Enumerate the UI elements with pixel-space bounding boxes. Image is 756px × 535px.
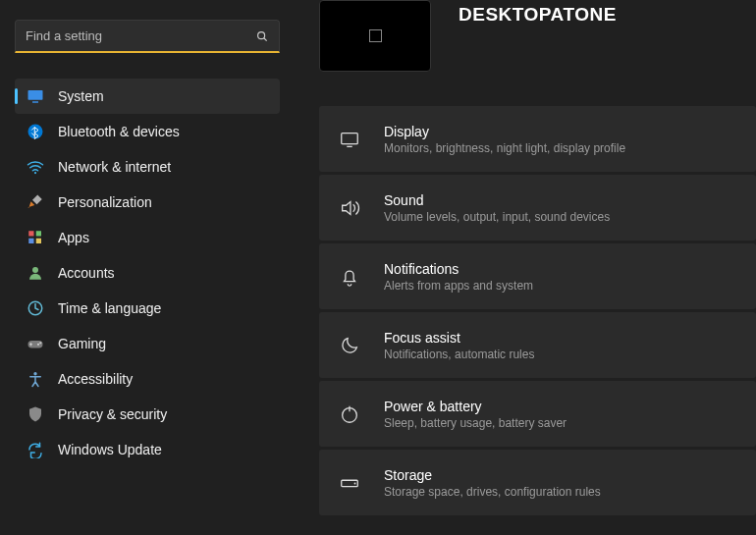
svg-point-14 — [33, 372, 36, 375]
settings-sidebar: SystemBluetooth & devicesNetwork & inter… — [0, 0, 295, 535]
privacy-security-icon — [27, 405, 44, 423]
setting-focus-assist[interactable]: Focus assistNotifications, automatic rul… — [319, 312, 756, 378]
focus-assist-icon — [339, 335, 360, 356]
svg-rect-2 — [32, 101, 38, 103]
sound-icon — [339, 197, 360, 219]
sidebar-item-label: Gaming — [58, 336, 106, 351]
svg-rect-7 — [28, 239, 33, 243]
sidebar-item-windows-update[interactable]: Windows Update — [15, 432, 280, 467]
search-icon — [255, 29, 269, 43]
svg-point-3 — [28, 125, 43, 139]
power-battery-icon — [339, 403, 360, 425]
display-icon — [339, 129, 360, 150]
setting-title: Focus assist — [384, 330, 534, 346]
device-name: DESKTOPATONE — [459, 0, 617, 26]
personalization-icon — [27, 193, 44, 211]
svg-point-4 — [34, 172, 36, 174]
setting-title: Notifications — [384, 261, 533, 277]
setting-desc: Notifications, automatic rules — [384, 348, 534, 361]
svg-point-0 — [258, 31, 265, 38]
svg-point-12 — [37, 344, 39, 346]
sidebar-item-label: Privacy & security — [58, 406, 167, 422]
sidebar-item-system[interactable]: System — [15, 79, 280, 114]
sidebar-item-privacy-security[interactable]: Privacy & security — [15, 397, 280, 432]
search-input-container[interactable] — [15, 20, 280, 53]
setting-power-battery[interactable]: Power & batterySleep, battery usage, bat… — [319, 381, 756, 447]
sidebar-item-label: Accessibility — [58, 371, 133, 387]
setting-desc: Storage space, drives, configuration rul… — [384, 485, 601, 499]
sidebar-item-label: Personalization — [58, 194, 152, 210]
svg-point-18 — [354, 482, 356, 484]
sidebar-item-personalization[interactable]: Personalization — [15, 185, 280, 220]
bluetooth-icon — [27, 123, 44, 140]
svg-point-13 — [39, 342, 41, 344]
gaming-icon — [27, 335, 44, 352]
accounts-icon — [27, 264, 44, 282]
device-thumbnail — [319, 0, 431, 72]
svg-rect-6 — [36, 231, 41, 236]
setting-display[interactable]: DisplayMonitors, brightness, night light… — [319, 106, 756, 172]
device-header: DESKTOPATONE — [319, 0, 756, 72]
apps-icon — [27, 229, 44, 246]
sidebar-item-network[interactable]: Network & internet — [15, 149, 280, 185]
network-icon — [27, 158, 44, 176]
svg-point-9 — [32, 267, 38, 273]
windows-update-icon — [27, 441, 44, 458]
setting-sound[interactable]: SoundVolume levels, output, input, sound… — [319, 175, 756, 241]
svg-rect-8 — [36, 239, 41, 243]
time-language-icon — [27, 299, 44, 317]
sidebar-item-time-language[interactable]: Time & language — [15, 291, 280, 326]
svg-rect-1 — [28, 90, 43, 100]
notifications-icon — [339, 266, 360, 288]
sidebar-item-bluetooth[interactable]: Bluetooth & devices — [15, 114, 280, 149]
setting-title: Storage — [384, 467, 601, 483]
sidebar-item-label: Accounts — [58, 265, 115, 281]
setting-desc: Sleep, battery usage, battery saver — [384, 416, 567, 430]
system-icon — [27, 87, 44, 105]
main-panel: DESKTOPATONE DisplayMonitors, brightness… — [295, 0, 756, 535]
accessibility-icon — [27, 370, 44, 388]
setting-desc: Monitors, brightness, night light, displ… — [384, 141, 625, 155]
sidebar-item-label: Bluetooth & devices — [58, 124, 180, 139]
setting-title: Sound — [384, 192, 610, 208]
sidebar-item-label: Time & language — [58, 300, 161, 316]
sidebar-item-gaming[interactable]: Gaming — [15, 326, 280, 361]
storage-icon — [339, 472, 360, 494]
sidebar-item-label: Network & internet — [58, 159, 171, 175]
svg-rect-5 — [28, 231, 33, 236]
setting-storage[interactable]: StorageStorage space, drives, configurat… — [319, 450, 756, 515]
setting-notifications[interactable]: NotificationsAlerts from apps and system — [319, 243, 756, 309]
sidebar-item-apps[interactable]: Apps — [15, 220, 280, 255]
nav-list: SystemBluetooth & devicesNetwork & inter… — [15, 79, 280, 467]
setting-title: Display — [384, 124, 625, 139]
wallpaper-icon — [369, 29, 382, 42]
search-input[interactable] — [26, 28, 255, 43]
setting-title: Power & battery — [384, 399, 567, 414]
sidebar-item-accounts[interactable]: Accounts — [15, 255, 280, 291]
sidebar-item-label: Windows Update — [58, 442, 162, 457]
setting-desc: Alerts from apps and system — [384, 279, 533, 293]
setting-desc: Volume levels, output, input, sound devi… — [384, 210, 610, 224]
sidebar-item-accessibility[interactable]: Accessibility — [15, 361, 280, 397]
sidebar-item-label: System — [58, 88, 104, 104]
sidebar-item-label: Apps — [58, 230, 89, 245]
svg-rect-15 — [342, 133, 358, 143]
system-settings-list: DisplayMonitors, brightness, night light… — [319, 106, 756, 515]
